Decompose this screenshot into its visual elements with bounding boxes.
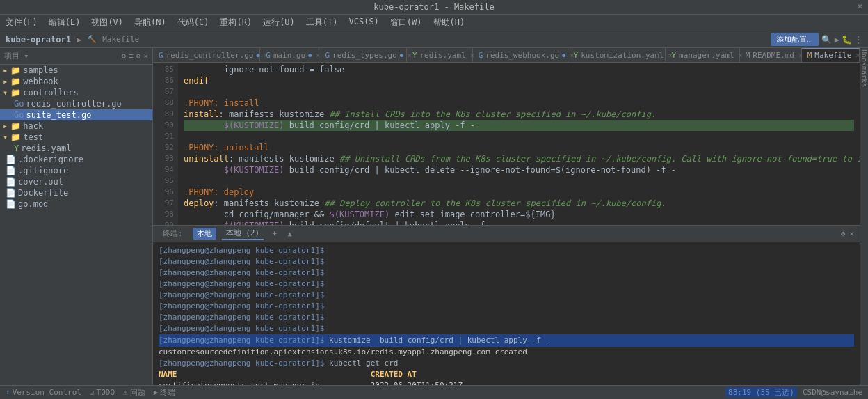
- version-control-status[interactable]: ⬆ Version Control: [6, 388, 81, 397]
- menu-item-帮助(H)[interactable]: 帮助(H): [431, 16, 468, 29]
- tree-item-test[interactable]: ▾📁test: [0, 132, 152, 143]
- project-bar-right: 添加配置... 🔍 ▶ 🐛 ⋮: [771, 33, 862, 46]
- terminal-tab-label: 终端:: [159, 228, 187, 240]
- terminal-line-3: [zhangpeng@zhangpeng kube-oprator1]$: [159, 279, 854, 290]
- tab-manageryaml[interactable]: Y manager.yaml×: [666, 48, 739, 62]
- tab-kustomizationyaml[interactable]: Y kustomization.yaml×: [568, 48, 666, 62]
- expand-terminal-button[interactable]: ▲: [285, 230, 295, 237]
- code-area[interactable]: ignore-not-found = falseendif .PHONY: in…: [178, 63, 860, 225]
- tree-item-gitignore[interactable]: 📄.gitignore: [0, 165, 152, 176]
- menu-item-VCS(S)[interactable]: VCS(S): [346, 16, 382, 29]
- line-number-87: 87: [153, 86, 174, 97]
- line-number-93: 93: [153, 153, 174, 164]
- tree-item-redis_controllergo[interactable]: Goredis_controller.go: [0, 98, 152, 109]
- problems-label: 问题: [130, 387, 145, 398]
- todo-label: TODO: [97, 388, 115, 397]
- sidebar: 项目 ▾ ⚙ ≡ ⚙ ✕ ▸📁samples▸📁webhook▾📁control…: [0, 48, 153, 385]
- tree-item-redisyaml[interactable]: Yredis.yaml: [0, 143, 152, 154]
- version-control-label: Version Control: [13, 388, 81, 397]
- project-separator: ▶: [77, 35, 81, 45]
- tab-rediscontrollergo[interactable]: G redis_controller.go●×: [153, 48, 260, 62]
- git-icon: ⬆: [6, 388, 10, 397]
- bookmarks-icon[interactable]: Bookmarks: [860, 49, 868, 87]
- code-line-99: $(KUSTOMIZE) build config/default | kube…: [184, 220, 854, 225]
- code-line-89: install: manifests kustomize ## Install …: [184, 109, 854, 120]
- add-terminal-button[interactable]: +: [269, 229, 280, 238]
- tree-item-suite_testgo[interactable]: Gosuite_test.go: [0, 109, 152, 120]
- tab-READMEmd[interactable]: M README.md×: [740, 48, 802, 62]
- terminal-settings-icon[interactable]: ⚙: [841, 229, 846, 238]
- code-line-95: [184, 175, 854, 187]
- problems-status[interactable]: ⚠ 问题: [123, 387, 145, 398]
- menu-item-导航(N)[interactable]: 导航(N): [131, 16, 169, 29]
- todo-status[interactable]: ☑ TODO: [90, 388, 115, 397]
- right-panel-icons: Bookmarks: [860, 48, 868, 385]
- tree-item-controllers[interactable]: ▾📁controllers: [0, 87, 152, 98]
- terminal-line-5: [zhangpeng@zhangpeng kube-oprator1]$: [159, 301, 854, 312]
- tree-item-hack[interactable]: ▸📁hack: [0, 120, 152, 132]
- line-number-98: 98: [153, 209, 174, 220]
- cursor-position: 88:19 (35 已选): [725, 387, 797, 398]
- terminal-line-4: [zhangpeng@zhangpeng kube-oprator1]$: [159, 290, 854, 301]
- line-number-95: 95: [153, 175, 174, 187]
- editor-content: 858687888990919293949596979899 ignore-no…: [153, 63, 860, 225]
- close-icon[interactable]: ✕: [143, 52, 148, 61]
- tree-item-gomod[interactable]: 📄go.mod: [0, 198, 152, 210]
- tab-bar: G redis_controller.go●×G main.go●×G redi…: [153, 48, 860, 63]
- more-icon[interactable]: ⋮: [854, 35, 862, 45]
- status-bar: ⬆ Version Control ☑ TODO ⚠ 问题 ▶ 终端 88:19…: [0, 385, 868, 399]
- menu-item-文件(F)[interactable]: 文件(F): [3, 16, 40, 29]
- tree-item-webhook[interactable]: ▸📁webhook: [0, 76, 152, 87]
- layout-icon[interactable]: ≡: [129, 52, 134, 61]
- code-line-93: uninstall: manifests kustomize ## Uninst…: [184, 153, 854, 164]
- terminal-line-11: NAME CREATED AT: [159, 369, 854, 380]
- gear-icon[interactable]: ⚙: [136, 52, 141, 61]
- tree-item-coverout[interactable]: 📄cover.out: [0, 176, 152, 187]
- tab-redisyaml[interactable]: Y redis.yaml×: [407, 48, 473, 62]
- terminal-tab-local[interactable]: 本地: [193, 228, 216, 240]
- terminal-status[interactable]: ▶ 终端: [154, 387, 176, 398]
- tab-maingo[interactable]: G main.go●×: [260, 48, 319, 62]
- settings-icon[interactable]: ⚙: [122, 52, 127, 61]
- tab-Makefile[interactable]: M Makefile×: [802, 48, 860, 62]
- line-number-92: 92: [153, 142, 174, 153]
- tree-item-dockerignore[interactable]: 📄.dockerignore: [0, 154, 152, 165]
- menu-item-工具(T)[interactable]: 工具(T): [303, 16, 341, 29]
- code-line-91: [184, 131, 854, 142]
- terminal-body[interactable]: [zhangpeng@zhangpeng kube-oprator1]$ [zh…: [153, 242, 860, 385]
- tab-rediswebhookgo[interactable]: G redis_webhook.go●×: [473, 48, 568, 62]
- menu-item-视图(V)[interactable]: 视图(V): [88, 16, 126, 29]
- line-numbers: 858687888990919293949596979899: [153, 63, 178, 225]
- menu-item-编辑(E)[interactable]: 编辑(E): [46, 16, 83, 29]
- project-bar: kube-oprator1 ▶ 🔨 Makefile 添加配置... 🔍 ▶ 🐛…: [0, 31, 868, 48]
- line-number-86: 86: [153, 75, 174, 86]
- toolbar-icons: ▶ 🐛 ⋮: [835, 35, 862, 45]
- menu-item-代码(C)[interactable]: 代码(C): [175, 16, 212, 29]
- menu-item-窗口(W)[interactable]: 窗口(W): [387, 16, 425, 29]
- menu-item-运行(U)[interactable]: 运行(U): [260, 16, 298, 29]
- project-path: Makefile: [102, 35, 139, 44]
- add-config-button[interactable]: 添加配置...: [771, 33, 819, 46]
- todo-icon: ☑: [90, 388, 95, 397]
- tree-item-samples[interactable]: ▸📁samples: [0, 65, 152, 76]
- tree-item-Dockerfile[interactable]: 📄Dockerfile: [0, 187, 152, 198]
- run-icon[interactable]: ▶: [835, 35, 839, 45]
- terminal-header: 终端: 本地 本地 (2) + ▲ ⚙ ✕: [153, 226, 860, 242]
- close-button[interactable]: ×: [858, 1, 862, 11]
- code-line-88: .PHONY: install: [184, 97, 854, 109]
- sidebar-title: 项目 ▾: [4, 51, 29, 61]
- terminal-close-icon[interactable]: ✕: [849, 229, 854, 238]
- search-icon[interactable]: 🔍: [821, 35, 832, 45]
- terminal-tab-local2[interactable]: 本地 (2): [222, 227, 264, 240]
- menu-item-重构(R)[interactable]: 重构(R): [217, 16, 255, 29]
- code-line-87: [184, 86, 854, 97]
- window-title: kube-oprator1 - Makefile: [373, 2, 494, 12]
- debug-icon[interactable]: 🐛: [842, 35, 852, 45]
- tab-redistypesgo[interactable]: G redis_types.go●×: [319, 48, 406, 62]
- terminal-area: 终端: 本地 本地 (2) + ▲ ⚙ ✕ [zhangpeng@zhangpe…: [153, 225, 860, 385]
- line-number-89: 89: [153, 109, 174, 120]
- line-number-85: 85: [153, 64, 174, 75]
- terminal-line-6: [zhangpeng@zhangpeng kube-oprator1]$: [159, 312, 854, 323]
- csdn-label: CSDN@saynaihe: [803, 388, 862, 397]
- terminal-icon: ▶: [154, 388, 159, 397]
